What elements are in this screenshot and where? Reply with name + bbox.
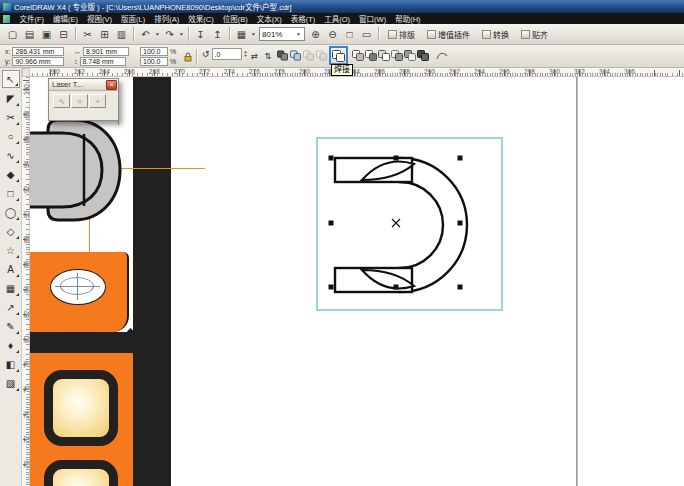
- toolbox-tool[interactable]: ◤: [2, 89, 20, 107]
- toolbox-tool[interactable]: ♦: [2, 336, 20, 354]
- selection-handle[interactable]: [329, 221, 334, 226]
- laser-tool-button[interactable]: +: [89, 94, 106, 108]
- menu-item[interactable]: 位图(B): [218, 13, 252, 24]
- selection-handle[interactable]: [394, 156, 399, 161]
- floorplan-sink-cabinet[interactable]: [30, 252, 129, 332]
- toolbox-tool[interactable]: ✂: [2, 108, 20, 126]
- selection-handle[interactable]: [329, 156, 334, 161]
- zoom-to-page-button[interactable]: □: [341, 26, 358, 43]
- menu-item[interactable]: 效果(C): [184, 13, 218, 24]
- chair-seat-path[interactable]: [30, 133, 102, 207]
- open-button[interactable]: ▤: [21, 26, 38, 43]
- toolbox-tool[interactable]: ↗: [2, 298, 20, 316]
- toolbox-tool[interactable]: ✎: [2, 317, 20, 335]
- weld-button[interactable]: [329, 46, 348, 65]
- group-button[interactable]: [289, 49, 301, 62]
- paste-button[interactable]: ▥: [113, 26, 130, 43]
- floorplan-wall-band[interactable]: [30, 332, 171, 353]
- trim-button[interactable]: [352, 49, 364, 62]
- stove-burner[interactable]: [44, 370, 118, 446]
- object-width-field[interactable]: 8.901 mm: [83, 47, 129, 56]
- laser-tool-button[interactable]: ≈: [71, 94, 88, 108]
- toolbox-tool[interactable]: □: [2, 184, 20, 202]
- menu-item[interactable]: 视图(V): [83, 13, 117, 24]
- toolbox-tool[interactable]: A: [2, 260, 20, 278]
- scale-horizontal-field[interactable]: 100.0: [140, 47, 168, 56]
- menu-item[interactable]: 帮助(H): [391, 13, 425, 24]
- toolbar-text-button[interactable]: 增值插件: [421, 29, 476, 40]
- selection-handle[interactable]: [394, 285, 399, 290]
- selection-handle[interactable]: [458, 156, 463, 161]
- menu-item[interactable]: 工具(O): [320, 13, 355, 24]
- front-minus-back-button[interactable]: [391, 49, 403, 62]
- zoom-out-button[interactable]: ⊖: [324, 26, 341, 43]
- laser-window-titlebar[interactable]: Laser T... ×: [49, 79, 118, 91]
- toolbox-tool[interactable]: ▨: [2, 374, 20, 392]
- drawing-canvas[interactable]: [30, 77, 684, 486]
- laser-window-close-button[interactable]: ×: [106, 80, 117, 90]
- menu-item[interactable]: 文件(F): [15, 13, 49, 24]
- selected-object-group[interactable]: [300, 120, 520, 340]
- ruler-origin-button[interactable]: [22, 68, 30, 77]
- menu-item[interactable]: 版面(L): [117, 13, 150, 24]
- toolbar-text-button[interactable]: 转换: [476, 29, 515, 40]
- copy-button[interactable]: ⊞: [96, 26, 113, 43]
- rotation-spinner[interactable]: ▲▼: [244, 50, 248, 58]
- horizontal-ruler[interactable]: 2602622642662682702722742762782802822842…: [30, 68, 684, 77]
- toolbox-tool[interactable]: ○: [2, 127, 20, 145]
- object-height-field[interactable]: 8.748 mm: [80, 57, 126, 66]
- floorplan-stove-cabinet[interactable]: [30, 353, 133, 486]
- cut-button[interactable]: ✂: [79, 26, 96, 43]
- zoom-level-combo[interactable]: 801% ▾: [259, 27, 305, 41]
- back-minus-front-button[interactable]: [404, 49, 416, 62]
- floorplan-chair-shape[interactable]: [30, 117, 128, 227]
- selection-handle[interactable]: [329, 285, 334, 290]
- toolbar-text-button[interactable]: 贴齐: [515, 29, 554, 40]
- mirror-horizontal-button[interactable]: ⇄: [248, 49, 260, 62]
- scale-vertical-field[interactable]: 100.0: [140, 57, 168, 66]
- print-button[interactable]: ⊟: [55, 26, 72, 43]
- floorplan-wall[interactable]: [133, 77, 171, 486]
- combine-button[interactable]: [276, 49, 288, 62]
- launcher-dropdown-arrow-icon[interactable]: ▾: [250, 31, 257, 37]
- toolbox-tool[interactable]: ▦: [2, 279, 20, 297]
- y-position-field[interactable]: 90.966 mm: [12, 57, 64, 66]
- undo-button[interactable]: ↶: [137, 26, 154, 43]
- import-button[interactable]: ↧: [192, 26, 209, 43]
- rotation-angle-field[interactable]: .0: [212, 48, 242, 60]
- undo-dropdown-arrow-icon[interactable]: ▾: [154, 31, 161, 37]
- menu-item[interactable]: 排列(A): [150, 13, 184, 24]
- zoom-in-button[interactable]: ⊕: [307, 26, 324, 43]
- save-button[interactable]: ▣: [38, 26, 55, 43]
- vertical-ruler[interactable]: 100989694929088868482807876747270: [22, 77, 30, 486]
- toolbox-tool[interactable]: ∿: [2, 146, 20, 164]
- toolbox-tool[interactable]: ◆: [2, 165, 20, 183]
- toolbox-tool[interactable]: ☆: [2, 241, 20, 259]
- menu-item[interactable]: 编辑(E): [49, 13, 83, 24]
- toolbox-tool[interactable]: ◧: [2, 355, 20, 373]
- intersect-button[interactable]: [365, 49, 377, 62]
- redo-button[interactable]: ↷: [161, 26, 178, 43]
- lock-ratio-button[interactable]: [182, 50, 194, 63]
- selection-handle[interactable]: [458, 221, 463, 226]
- menu-item[interactable]: 文本(X): [252, 13, 286, 24]
- export-button[interactable]: ↥: [209, 26, 226, 43]
- toolbox-tool[interactable]: ↖: [2, 70, 20, 88]
- x-position-field[interactable]: 286.431 mm: [12, 47, 64, 56]
- selection-handle[interactable]: [458, 285, 463, 290]
- menu-item[interactable]: 窗口(W): [355, 13, 391, 24]
- sink-basin[interactable]: [50, 269, 106, 305]
- application-launcher-button[interactable]: ▦: [233, 26, 250, 43]
- toolbox-tool[interactable]: ◇: [2, 222, 20, 240]
- menu-item[interactable]: 表格(T): [286, 13, 320, 24]
- simplify-button[interactable]: [378, 49, 390, 62]
- stove-burner[interactable]: [44, 460, 118, 486]
- toolbox-tool[interactable]: ◯: [2, 203, 20, 221]
- zoom-to-width-button[interactable]: ▭: [358, 26, 375, 43]
- laser-tool-window[interactable]: Laser T... × ∿ ≈ +: [48, 78, 119, 121]
- mirror-vertical-button[interactable]: ⇅: [262, 49, 274, 62]
- laser-tool-button[interactable]: ∿: [53, 94, 70, 108]
- toolbar-text-button[interactable]: 排版: [382, 29, 421, 40]
- redo-dropdown-arrow-icon[interactable]: ▾: [178, 31, 185, 37]
- create-boundary-button[interactable]: [417, 49, 429, 62]
